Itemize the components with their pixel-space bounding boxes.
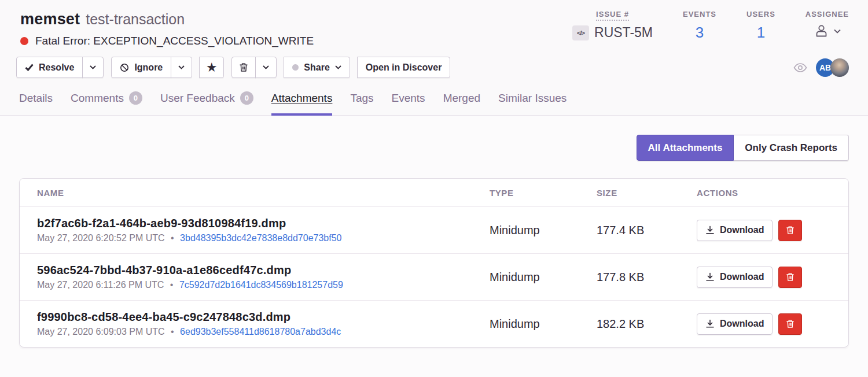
attachment-type: Minidump (490, 271, 597, 284)
meta-separator: • (171, 327, 174, 337)
event-id-link[interactable]: 7c592d7d2b1641dc834569b181257d59 (179, 280, 343, 290)
attachment-name: b2f7ac6b-f2a1-464b-aeb9-93d810984f19.dmp (37, 217, 490, 230)
code-icon: </> (572, 25, 589, 40)
issue-short-id[interactable]: </> RUST-5M (572, 25, 653, 40)
issue-transaction: test-transaction (86, 11, 185, 27)
check-icon (25, 64, 34, 71)
error-message: Fatal Error: EXCEPTION_ACCESS_VIOLATION_… (35, 35, 314, 47)
assignee-selector[interactable] (814, 23, 841, 39)
attachment-filter-toggle: All Attachments Only Crash Reports (637, 135, 849, 161)
page-title: memsettest-transaction (20, 9, 314, 29)
assignee-label: ASSIGNEE (806, 10, 849, 19)
download-icon (705, 226, 715, 235)
tab-count-badge: 0 (240, 91, 253, 105)
events-count[interactable]: 3 (696, 24, 704, 41)
users-count[interactable]: 1 (757, 24, 765, 41)
star-button[interactable]: ★ (199, 57, 224, 78)
tab-events[interactable]: Events (392, 92, 425, 116)
delete-dropdown-button[interactable] (255, 57, 277, 78)
delete-attachment-button[interactable] (778, 220, 802, 241)
trash-icon (786, 272, 795, 282)
no-entry-icon (120, 63, 129, 72)
issue-number-label: ISSUE # (596, 10, 629, 21)
resolve-button-group: Resolve (16, 57, 104, 78)
table-row: b2f7ac6b-f2a1-464b-aeb9-93d810984f19.dmp… (20, 206, 848, 253)
bookmark-button-group: ★ (200, 57, 224, 78)
event-id-link[interactable]: 6ed93b3ef558411d8618780a7abd3d4c (180, 327, 341, 337)
attachment-date: May 27, 2020 6:09:03 PM UTC (37, 327, 165, 337)
attachment-size: 177.8 KB (597, 271, 697, 284)
discover-button-group: Open in Discover (358, 57, 451, 78)
stat-assignee: ASSIGNEE (806, 10, 849, 39)
only-crash-reports-button[interactable]: Only Crash Reports (734, 135, 849, 161)
chevron-down-icon (263, 65, 269, 69)
issue-tab-bar: Details Comments 0 User Feedback 0 Attac… (0, 91, 868, 116)
ignore-dropdown-button[interactable] (171, 57, 192, 78)
all-attachments-button[interactable]: All Attachments (637, 135, 734, 161)
table-row: f9990bc8-cd58-4ee4-ba45-c9c247848c3d.dmp… (20, 300, 848, 347)
chevron-down-icon (90, 65, 96, 69)
download-button[interactable]: Download (697, 313, 773, 335)
tab-tags[interactable]: Tags (350, 92, 373, 116)
tab-merged[interactable]: Merged (443, 92, 480, 116)
open-in-discover-button[interactable]: Open in Discover (357, 57, 451, 78)
attachment-size: 182.2 KB (597, 317, 697, 331)
attachment-type: Minidump (490, 317, 597, 331)
column-header-name: NAME (37, 188, 490, 198)
share-button-group: Share (284, 57, 350, 78)
download-button[interactable]: Download (697, 220, 773, 241)
eye-icon (793, 63, 807, 72)
table-header-row: NAME TYPE SIZE ACTIONS (20, 179, 848, 206)
download-icon (705, 319, 715, 328)
attachment-date: May 27, 2020 6:20:52 PM UTC (37, 233, 165, 243)
issue-header-section: memsettest-transaction Fatal Error: EXCE… (0, 0, 868, 116)
resolve-button[interactable]: Resolve (16, 57, 83, 78)
delete-button-group (231, 57, 277, 78)
attachment-size: 177.4 KB (597, 224, 697, 237)
issue-stats: ISSUE # </> RUST-5M EVENTS 3 USERS 1 ASS… (542, 9, 849, 47)
share-status-dot (292, 64, 299, 71)
attachment-type: Minidump (490, 224, 597, 237)
column-header-type: TYPE (490, 188, 597, 198)
delete-attachment-button[interactable] (778, 313, 802, 335)
attachment-name: f9990bc8-cd58-4ee4-ba45-c9c247848c3d.dmp (37, 311, 490, 324)
tab-details[interactable]: Details (19, 92, 53, 116)
stat-users: USERS 1 (746, 10, 775, 41)
trash-icon (239, 62, 248, 72)
tab-user-feedback[interactable]: User Feedback 0 (160, 91, 253, 116)
resolve-dropdown-button[interactable] (82, 57, 104, 78)
attachment-name: 596ac524-7bbd-4b37-910a-a1e86cedf47c.dmp (37, 264, 490, 277)
trash-icon (786, 319, 795, 328)
share-button[interactable]: Share (284, 57, 350, 78)
delete-button[interactable] (231, 57, 256, 78)
ignore-button-group: Ignore (111, 57, 192, 78)
delete-attachment-button[interactable] (778, 267, 802, 288)
download-label: Download (720, 225, 764, 235)
tab-count-badge: 0 (129, 91, 142, 105)
users-label: USERS (746, 10, 775, 19)
action-toolbar: Resolve Ignore (0, 47, 868, 78)
tab-comments[interactable]: Comments 0 (71, 91, 142, 116)
chevron-down-icon (335, 65, 341, 69)
tab-attachments[interactable]: Attachments (271, 92, 333, 116)
issue-culprit: memset (20, 10, 80, 28)
events-label: EVENTS (683, 10, 716, 19)
error-level-dot (20, 37, 28, 45)
chevron-down-icon (178, 65, 185, 69)
meta-separator: • (170, 280, 174, 290)
ignore-button[interactable]: Ignore (111, 57, 171, 78)
tab-similar-issues[interactable]: Similar Issues (498, 92, 567, 116)
event-id-link[interactable]: 3bd48395b3dc42e7838e8dd70e73bf50 (180, 233, 341, 243)
download-label: Download (720, 272, 764, 282)
table-row: 596ac524-7bbd-4b37-910a-a1e86cedf47c.dmp… (20, 253, 848, 300)
attachments-content: All Attachments Only Crash Reports NAME … (0, 135, 868, 348)
meta-separator: • (171, 233, 174, 243)
stat-events: EVENTS 3 (683, 10, 716, 41)
download-label: Download (720, 319, 764, 329)
trash-icon (786, 226, 795, 235)
download-icon (705, 272, 715, 282)
column-header-size: SIZE (597, 188, 697, 198)
attachment-date: May 27, 2020 6:11:26 PM UTC (37, 280, 164, 290)
download-button[interactable]: Download (697, 267, 773, 288)
viewer-avatar-photo[interactable] (830, 58, 849, 77)
